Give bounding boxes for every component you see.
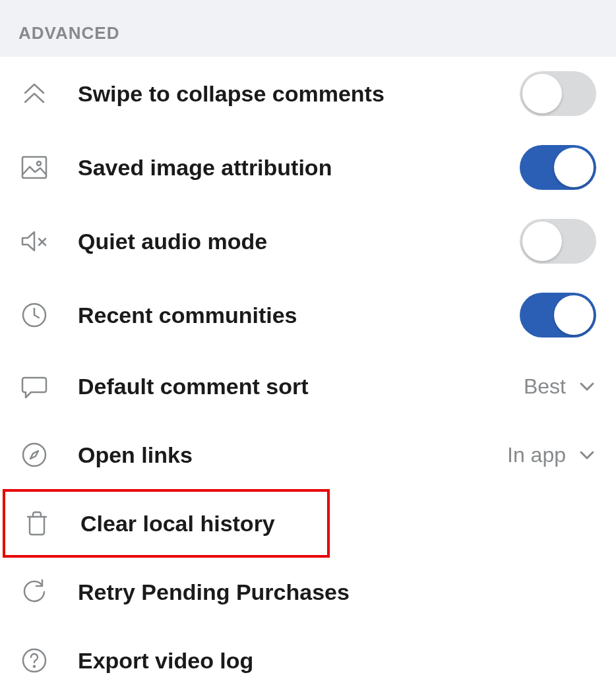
- compass-icon: [18, 439, 50, 471]
- value-group-open-links[interactable]: In app: [507, 443, 596, 467]
- setting-label: Retry Pending Purchases: [78, 579, 596, 605]
- row-recent-communities[interactable]: Recent communities: [0, 278, 616, 352]
- settings-list: Swipe to collapse comments Saved image a…: [0, 57, 616, 675]
- value-text: In app: [507, 443, 566, 467]
- row-saved-image-attribution[interactable]: Saved image attribution: [0, 131, 616, 204]
- row-clear-local-history[interactable]: Clear local history: [3, 489, 330, 558]
- image-icon: [18, 152, 50, 183]
- toggle-recent-communities[interactable]: [520, 293, 596, 338]
- svg-point-1: [37, 161, 41, 165]
- section-header-advanced: ADVANCED: [0, 0, 616, 57]
- refresh-icon: [18, 576, 50, 608]
- setting-label: Default comment sort: [78, 374, 524, 399]
- svg-marker-2: [22, 232, 34, 250]
- setting-label: Recent communities: [78, 303, 520, 328]
- comment-bubble-icon: [18, 370, 50, 402]
- help-circle-icon: [18, 645, 50, 675]
- value-group-comment-sort[interactable]: Best: [524, 374, 596, 399]
- setting-label: Export video log: [78, 648, 596, 674]
- toggle-knob: [554, 148, 594, 187]
- setting-label: Quiet audio mode: [78, 229, 520, 254]
- toggle-quiet-audio[interactable]: [520, 219, 596, 264]
- svg-marker-7: [30, 451, 38, 459]
- toggle-knob: [554, 295, 594, 335]
- row-swipe-collapse-comments[interactable]: Swipe to collapse comments: [0, 57, 616, 131]
- setting-label: Open links: [78, 442, 507, 468]
- setting-label: Clear local history: [80, 511, 307, 537]
- toggle-swipe-collapse[interactable]: [520, 71, 596, 116]
- clock-icon: [18, 299, 50, 331]
- double-chevron-up-icon: [18, 78, 50, 109]
- chevron-down-icon: [578, 377, 596, 396]
- setting-label: Swipe to collapse comments: [78, 81, 520, 107]
- speaker-muted-icon: [18, 225, 50, 257]
- row-retry-pending-purchases[interactable]: Retry Pending Purchases: [0, 558, 616, 626]
- toggle-knob: [522, 221, 562, 261]
- value-text: Best: [524, 374, 566, 399]
- toggle-saved-image-attribution[interactable]: [520, 145, 596, 190]
- svg-point-9: [34, 666, 35, 667]
- toggle-knob: [522, 74, 562, 113]
- row-export-video-log[interactable]: Export video log: [0, 626, 616, 675]
- svg-rect-0: [22, 157, 46, 178]
- row-open-links[interactable]: Open links In app: [0, 421, 616, 489]
- chevron-down-icon: [578, 446, 596, 464]
- trash-icon: [21, 508, 53, 539]
- row-default-comment-sort[interactable]: Default comment sort Best: [0, 352, 616, 421]
- row-quiet-audio-mode[interactable]: Quiet audio mode: [0, 204, 616, 278]
- setting-label: Saved image attribution: [78, 155, 520, 181]
- svg-point-6: [23, 444, 46, 466]
